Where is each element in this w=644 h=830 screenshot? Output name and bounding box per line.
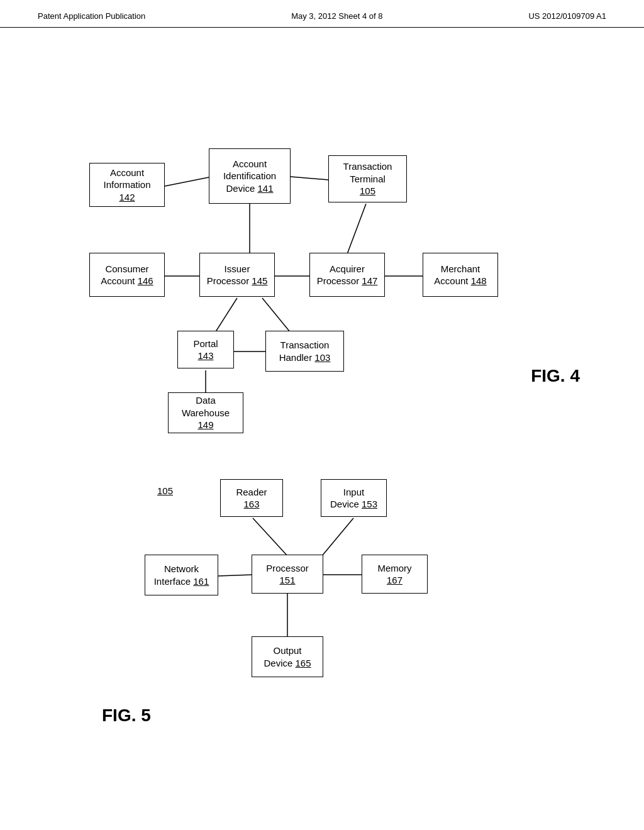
svg-line-11: [253, 518, 287, 556]
account-info-box: AccountInformation 142: [89, 163, 165, 207]
memory-box: Memory167: [362, 555, 428, 594]
fig5-diagram: 105 Reader163 InputDevice 153 NetworkInt…: [39, 430, 605, 732]
page-header: Patent Application Publication May 3, 20…: [0, 0, 644, 28]
header-right: US 2012/0109709 A1: [528, 11, 606, 21]
reader-box: Reader163: [220, 479, 283, 517]
input-device-box: InputDevice 153: [321, 479, 387, 517]
svg-line-1: [291, 177, 328, 180]
header-left: Patent Application Publication: [38, 11, 145, 21]
data-warehouse-box: DataWarehouse 149: [168, 392, 243, 433]
svg-line-13: [218, 575, 253, 576]
fig4-label: FIG. 4: [531, 366, 580, 386]
portal-box: Portal143: [177, 331, 234, 368]
svg-line-3: [347, 204, 366, 254]
acquirer-processor-box: AcquirerProcessor 147: [309, 253, 385, 297]
issuer-processor-box: IssuerProcessor 145: [199, 253, 275, 297]
fig4-diagram: AccountInformation 142 AccountIdentifica…: [39, 47, 605, 411]
transaction-handler-box: TransactionHandler 103: [265, 331, 344, 372]
output-device-box: OutputDevice 165: [252, 636, 323, 677]
svg-line-8: [262, 298, 291, 333]
svg-line-0: [165, 177, 209, 186]
account-id-box: AccountIdentificationDevice 141: [209, 148, 291, 204]
network-interface-box: NetworkInterface 161: [145, 555, 218, 595]
svg-line-12: [322, 518, 353, 556]
fig5-label: FIG. 5: [102, 706, 151, 726]
processor-box: Processor151: [252, 555, 323, 594]
transaction-terminal-box: TransactionTerminal105: [328, 155, 407, 202]
svg-line-7: [215, 298, 237, 333]
fig5-ref-label: 105: [157, 485, 173, 496]
header-middle: May 3, 2012 Sheet 4 of 8: [291, 11, 382, 21]
merchant-account-box: MerchantAccount 148: [423, 253, 498, 297]
consumer-account-box: ConsumerAccount 146: [89, 253, 165, 297]
